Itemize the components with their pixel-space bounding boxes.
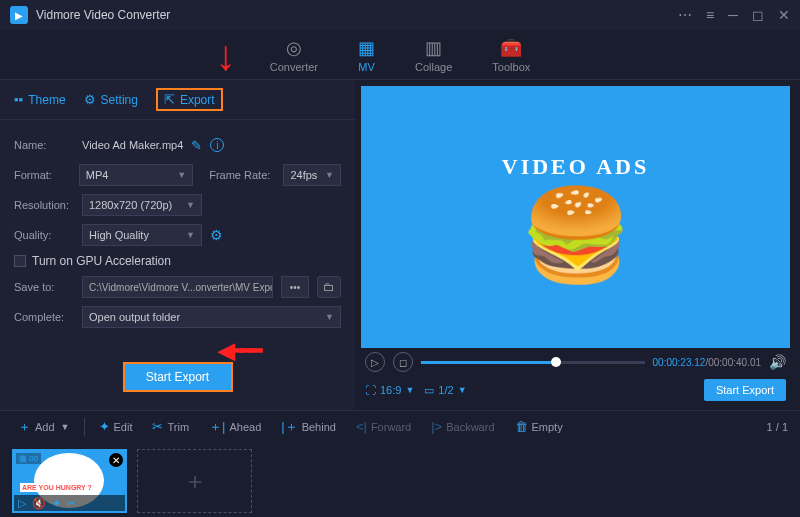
start-export-label: Start Export	[146, 370, 209, 384]
ahead-button[interactable]: ＋|Ahead	[203, 414, 267, 440]
chevron-down-icon: ▼	[458, 385, 467, 395]
format-select[interactable]: MP4 ▼	[79, 164, 193, 186]
gpu-label: Turn on GPU Acceleration	[32, 254, 171, 268]
plus-icon: ＋	[18, 418, 31, 436]
resolution-select[interactable]: 1280x720 (720p) ▼	[82, 194, 202, 216]
annotation-arrow-down: ↓	[215, 32, 236, 80]
preview-headline: VIDEO ADS	[502, 154, 649, 180]
app-title: Vidmore Video Converter	[36, 8, 670, 22]
backward-button[interactable]: |>Backward	[425, 415, 500, 438]
tab-setting-label: Setting	[101, 93, 138, 107]
behind-button[interactable]: |＋Behind	[275, 414, 342, 440]
maximize-icon[interactable]: ◻	[752, 7, 764, 23]
start-export-button[interactable]: Start Export	[123, 362, 233, 392]
setting-icon: ⚙	[84, 92, 96, 107]
gpu-checkbox[interactable]	[14, 255, 26, 267]
forward-label: Forward	[371, 421, 411, 433]
quality-select[interactable]: High Quality ▼	[82, 224, 202, 246]
format-label: Format:	[14, 169, 71, 181]
complete-select[interactable]: Open output folder ▼	[82, 306, 341, 328]
clip-play-icon[interactable]: ▷	[18, 497, 26, 510]
clip-text: ARE YOU HUNGRY ?	[20, 483, 94, 492]
clip-badge: ▦ 00	[16, 453, 41, 464]
nav-collage[interactable]: ▥ Collage	[415, 37, 452, 73]
backward-icon: |>	[431, 419, 442, 434]
open-folder-icon[interactable]: 🗀	[317, 276, 341, 298]
add-clip-button[interactable]: ＋	[137, 449, 252, 513]
tab-theme-label: Theme	[28, 93, 65, 107]
start-export-small-label: Start Export	[716, 384, 774, 396]
saveto-path[interactable]: C:\Vidmore\Vidmore V...onverter\MV Expor…	[82, 276, 273, 298]
nav-toolbox[interactable]: 🧰 Toolbox	[492, 37, 530, 73]
aspect-select[interactable]: ⛶ 16:9 ▼	[365, 384, 414, 396]
close-icon[interactable]: ✕	[778, 7, 790, 23]
mv-icon: ▦	[358, 37, 375, 59]
nav-mv-label: MV	[358, 61, 375, 73]
feedback-icon[interactable]: ⋯	[678, 7, 692, 23]
ahead-icon: ＋|	[209, 418, 225, 436]
framerate-select[interactable]: 24fps ▼	[283, 164, 341, 186]
progress-thumb[interactable]	[551, 357, 561, 367]
separator	[84, 418, 85, 436]
name-value: Video Ad Maker.mp4	[82, 139, 183, 151]
trash-icon: 🗑	[515, 419, 528, 434]
behind-icon: |＋	[281, 418, 297, 436]
page-info: 1 / 1	[767, 421, 788, 433]
preview-image: 🍔	[520, 190, 632, 280]
saveto-label: Save to:	[14, 281, 74, 293]
backward-label: Backward	[446, 421, 494, 433]
quality-gear-icon[interactable]: ⚙	[210, 227, 223, 243]
ahead-label: Ahead	[229, 421, 261, 433]
behind-label: Behind	[302, 421, 336, 433]
nav-mv[interactable]: ▦ MV	[358, 37, 375, 73]
empty-label: Empty	[532, 421, 563, 433]
info-icon[interactable]: i	[210, 138, 224, 152]
clip-star-icon[interactable]: ✦	[52, 497, 61, 510]
tab-export[interactable]: ⇱ Export	[156, 88, 223, 111]
progress-bar[interactable]	[421, 361, 645, 364]
empty-button[interactable]: 🗑Empty	[509, 415, 569, 438]
plus-icon: ＋	[183, 465, 207, 497]
app-logo-icon: ▶	[10, 6, 28, 24]
video-preview: VIDEO ADS 🍔	[361, 86, 790, 348]
start-export-button-small[interactable]: Start Export	[704, 379, 786, 401]
forward-button[interactable]: <|Forward	[350, 415, 417, 438]
chevron-down-icon: ▼	[186, 230, 195, 240]
trim-label: Trim	[167, 421, 189, 433]
edit-name-icon[interactable]: ✎	[191, 138, 202, 153]
chevron-down-icon: ▼	[405, 385, 414, 395]
wand-icon: ✦	[99, 419, 110, 434]
browse-button[interactable]: •••	[281, 276, 309, 298]
time-display: 00:00:23.12/00:00:40.01	[653, 357, 761, 368]
play-button[interactable]: ▷	[365, 352, 385, 372]
minimize-icon[interactable]: ─	[728, 7, 738, 23]
chevron-down-icon: ▼	[177, 170, 186, 180]
clip-thumbnail[interactable]: ▦ 00 ARE YOU HUNGRY ? ✕ ▷ 🔇 ✦ ✂	[12, 449, 127, 513]
nav-collage-label: Collage	[415, 61, 452, 73]
tab-setting[interactable]: ⚙ Setting	[84, 88, 138, 111]
name-label: Name:	[14, 139, 74, 151]
framerate-value: 24fps	[290, 169, 317, 181]
chevron-down-icon: ▼	[186, 200, 195, 210]
fraction-value: 1/2	[438, 384, 453, 396]
nav-converter[interactable]: ◎ Converter	[270, 37, 318, 73]
format-value: MP4	[86, 169, 109, 181]
stop-button[interactable]: ◻	[393, 352, 413, 372]
trim-button[interactable]: ✂Trim	[146, 415, 195, 438]
menu-icon[interactable]: ≡	[706, 7, 714, 23]
progress-fill	[421, 361, 551, 364]
volume-icon[interactable]: 🔊	[769, 354, 786, 370]
quality-label: Quality:	[14, 229, 74, 241]
fraction-select[interactable]: ▭ 1/2 ▼	[424, 384, 466, 397]
add-button[interactable]: ＋Add ▼	[12, 414, 76, 440]
chevron-down-icon: ▼	[325, 312, 334, 322]
add-label: Add	[35, 421, 55, 433]
nav-toolbox-label: Toolbox	[492, 61, 530, 73]
clip-mute-icon[interactable]: 🔇	[32, 497, 46, 510]
complete-label: Complete:	[14, 311, 74, 323]
clip-remove-icon[interactable]: ✕	[109, 453, 123, 467]
clip-scissors-icon[interactable]: ✂	[67, 497, 76, 510]
chevron-down-icon: ▼	[61, 422, 70, 432]
tab-theme[interactable]: ▪▪ Theme	[14, 88, 66, 111]
edit-button[interactable]: ✦Edit	[93, 415, 139, 438]
